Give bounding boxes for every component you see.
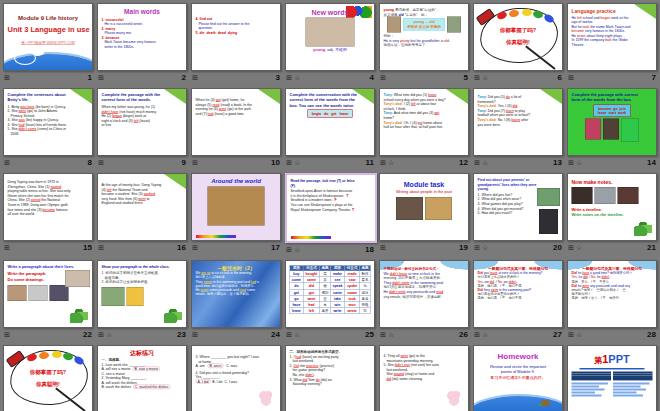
slide-thumbnail[interactable]: 达标练习一、选择题。1. Last week she ________.A. w… (97, 345, 187, 411)
slide-cell[interactable]: HomeworkReview and recite the importantp… (473, 345, 563, 411)
transition-icon[interactable]: ⊞ (380, 159, 386, 166)
slide-cell[interactable]: 不规则动词一般过去时的否定句式：We didn't leave at nine … (379, 260, 469, 340)
slide-thumbnail[interactable]: 3. Where ________ you last night? I was … (191, 345, 281, 411)
slide-thumbnail[interactable]: Find out about your parents' orgrandpare… (473, 173, 563, 241)
transition-icon[interactable]: ⊞ (4, 244, 10, 251)
slide-thumbnail[interactable]: Show your paragraph to the whole class.1… (97, 260, 187, 328)
slide-cell[interactable]: Complete the conversation with thecorrec… (285, 88, 375, 168)
transition-icon[interactable]: ⊞ (192, 244, 198, 251)
link-lines[interactable] (572, 382, 612, 396)
transition-icon[interactable]: ⊞ (380, 244, 386, 251)
slide-thumbnail[interactable]: Main words1. successful He is a successf… (97, 3, 187, 71)
slide-cell[interactable]: Write a paragraph about their lives.Writ… (3, 260, 93, 340)
slide-thumbnail[interactable]: Module taskWriting about people in the p… (379, 173, 469, 241)
slide-cell[interactable]: At the age of twenty-four, Deng Yaping(4… (97, 173, 187, 255)
slide-thumbnail[interactable]: Write a paragraph about their lives.Writ… (3, 260, 93, 328)
slide-cell[interactable]: 4. find out Please find out the answer t… (191, 3, 281, 83)
slide-thumbnail[interactable]: 你都掌握了吗?你真聪明! (473, 3, 563, 71)
slide-cell[interactable]: 第1PPT⊞35 (567, 345, 657, 411)
transition-icon[interactable]: ⊞ (474, 244, 480, 251)
slide-thumbnail[interactable]: 一般疑问句式及其回答、特殊疑问句Did you leave at nine o'… (473, 260, 563, 328)
transition-icon[interactable]: ⊞ (474, 331, 480, 338)
slide-thumbnail[interactable]: At the age of twenty-four, Deng Yaping(4… (97, 173, 187, 241)
slide-cell[interactable]: Main words1. successful He is a successf… (97, 3, 187, 83)
slide-thumbnail[interactable]: When he (4) got (get) home, healways (5)… (191, 88, 281, 156)
slide-thumbnail[interactable]: Language practiceHe left school and bega… (567, 3, 657, 71)
slide-cell[interactable]: 4. They all went (go) to the mountains y… (379, 345, 469, 411)
transition-icon[interactable]: ⊞ (286, 246, 292, 253)
transition-icon[interactable]: ⊞ (98, 74, 104, 81)
slide-thumbnail[interactable]: 不规则动词一般过去时的否定句式：We didn't leave at nine … (379, 260, 469, 328)
transition-icon[interactable]: ⊞ (568, 331, 574, 338)
slide-thumbnail[interactable]: Complete the sentences aboutBetty's life… (3, 88, 93, 156)
slide-cell[interactable]: 达标练习一、选择题。1. Last week she ________.A. w… (97, 345, 187, 411)
slide-cell[interactable]: 原形过去式意思原形过去式意思buybought买makemade制作comeca… (285, 260, 375, 340)
slide-thumbnail[interactable]: Module 9 Life historyUnit 3 Language in … (3, 3, 93, 71)
slide-cell[interactable]: When he (4) got (get) home, healways (5)… (191, 88, 281, 168)
slide-thumbnail[interactable]: Tony: What time did you (1) leaveschool … (379, 88, 469, 156)
slide-thumbnail[interactable]: Tony: Did you (5) do a lot ofhomework?To… (473, 88, 563, 156)
transition-icon[interactable]: ⊞ (474, 74, 480, 81)
animation-icon[interactable]: ☆ (106, 331, 112, 338)
animation-icon[interactable]: ☆ (482, 244, 488, 251)
slide-thumbnail[interactable]: 一般过去时（2）We got up at six o'clock in the … (191, 260, 281, 328)
slide-cell[interactable]: Module taskWriting about people in the p… (379, 173, 469, 255)
transition-icon[interactable]: ⊞ (192, 74, 198, 81)
slide-thumbnail[interactable]: 二、用所给动词的适当形式填空。1. I had (have) an exciti… (285, 345, 375, 411)
slide-thumbnail[interactable]: 一般疑问句式及其回答、特殊疑问句Did he have a good time?… (567, 260, 657, 328)
slide-cell[interactable]: Complete the passage with thecorrect for… (97, 88, 187, 168)
animation-icon[interactable]: ☆ (294, 246, 300, 253)
slide-cell[interactable]: Deng Yaping was born in 1973 inZhengzhou… (3, 173, 93, 255)
animation-icon[interactable]: ☆ (576, 159, 582, 166)
animation-icon[interactable]: ☆ (294, 159, 300, 166)
slide-thumbnail[interactable]: Read the passage, tick true (T) or false… (285, 173, 377, 243)
slide-cell[interactable]: young 易混新词，意思是“年轻的”，反义词是 old “年老的”。如：you… (379, 3, 469, 83)
transition-icon[interactable]: ⊞ (192, 331, 198, 338)
slide-cell[interactable]: 3. Where ________ you last night? I was … (191, 345, 281, 411)
animation-icon[interactable]: ☆ (576, 331, 582, 338)
slide-cell[interactable]: 一般过去时（2）We got up at six o'clock in the … (191, 260, 281, 340)
animation-icon[interactable]: ☆ (482, 159, 488, 166)
slide-cell[interactable]: 一般疑问句式及其回答、特殊疑问句Did he have a good time?… (567, 260, 657, 340)
animation-icon[interactable]: ☆ (576, 244, 582, 251)
slide-cell[interactable]: 一般疑问句式及其回答、特殊疑问句Did you leave at nine o'… (473, 260, 563, 340)
slide-thumbnail[interactable]: Deng Yaping was born in 1973 inZhengzhou… (3, 173, 93, 241)
slide-thumbnail[interactable]: Now make notes.Write a timeline.Write no… (567, 173, 657, 241)
transition-icon[interactable]: ⊞ (568, 244, 574, 251)
slide-thumbnail[interactable]: 4. They all went (go) to the mountains y… (379, 345, 469, 411)
transition-icon[interactable]: ⊞ (380, 74, 386, 81)
slide-thumbnail[interactable]: 你都掌握了吗?你真聪明! (3, 345, 93, 411)
slide-cell[interactable]: Find out about your parents' orgrandpare… (473, 173, 563, 255)
transition-icon[interactable]: ⊞ (192, 159, 198, 166)
slide-cell[interactable]: 你都掌握了吗?你真聪明!⊞☆29 (3, 345, 93, 411)
transition-icon[interactable]: ⊞ (4, 74, 10, 81)
slide-thumbnail[interactable]: Around the world (191, 173, 281, 241)
slide-cell[interactable]: Tony: What time did you (1) leaveschool … (379, 88, 469, 168)
slide-cell[interactable]: Show your paragraph to the whole class.1… (97, 260, 187, 340)
transition-icon[interactable]: ⊞ (286, 159, 292, 166)
slide-cell[interactable]: Module 9 Life historyUnit 3 Language in … (3, 3, 93, 83)
slide-cell[interactable]: Tony: Did you (5) do a lot ofhomework?To… (473, 88, 563, 168)
transition-icon[interactable]: ⊞ (286, 74, 292, 81)
link-lines[interactable] (613, 382, 653, 396)
transition-icon[interactable]: ⊞ (568, 74, 574, 81)
animation-icon[interactable]: ☆ (388, 159, 394, 166)
transition-icon[interactable]: ⊞ (98, 244, 104, 251)
transition-icon[interactable]: ⊞ (380, 331, 386, 338)
animation-icon[interactable]: ☆ (482, 331, 488, 338)
animation-icon[interactable]: ☆ (388, 331, 394, 338)
transition-icon[interactable]: ⊞ (474, 159, 480, 166)
slide-cell[interactable]: Language practiceHe left school and bega… (567, 3, 657, 83)
animation-icon[interactable]: ☆ (482, 74, 488, 81)
slide-cell[interactable]: 你都掌握了吗?你真聪明!⊞☆6 (473, 3, 563, 83)
transition-icon[interactable]: ⊞ (98, 159, 104, 166)
slide-thumbnail[interactable]: young 易混新词，意思是“年轻的”，反义词是 old “年老的”。如：you… (379, 3, 469, 71)
transition-icon[interactable]: ⊞ (568, 159, 574, 166)
slide-cell[interactable]: Complete the passage with correctform of… (567, 88, 657, 168)
transition-icon[interactable]: ⊞ (4, 331, 10, 338)
slide-cell[interactable]: Around the world⊞17 (191, 173, 281, 255)
animation-icon[interactable]: ☆ (294, 331, 300, 338)
slide-cell[interactable]: Complete the sentences aboutBetty's life… (3, 88, 93, 168)
transition-icon[interactable]: ⊞ (4, 159, 10, 166)
slide-thumbnail[interactable]: 4. find out Please find out the answer t… (191, 3, 281, 71)
